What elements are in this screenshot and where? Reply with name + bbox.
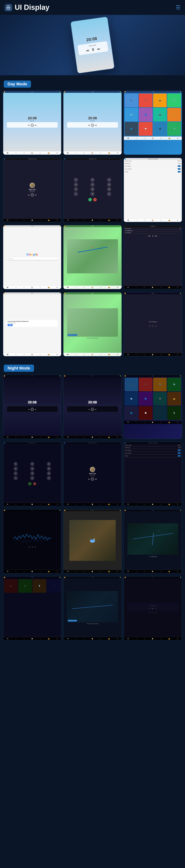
nav-back[interactable]: ◁ bbox=[84, 638, 85, 640]
nav-radio[interactable]: 📻 bbox=[108, 286, 110, 288]
nav-phone[interactable]: ☎ bbox=[7, 219, 8, 221]
nav-phone[interactable]: ☎ bbox=[7, 571, 8, 572]
nav-music[interactable]: ♫ bbox=[16, 638, 17, 639]
play-btn[interactable]: ⏸ bbox=[31, 193, 34, 196]
nav-fwd[interactable]: ▷ bbox=[160, 137, 162, 139]
nav-back[interactable]: ◁ bbox=[84, 503, 85, 505]
app-icon-music[interactable]: 🎵 bbox=[139, 378, 153, 392]
nav-music[interactable]: ♫ bbox=[136, 571, 137, 572]
dial-8[interactable]: 8 bbox=[30, 471, 34, 475]
nav-fwd[interactable]: ▷ bbox=[40, 354, 41, 355]
nav-home[interactable]: 🏠 bbox=[91, 571, 93, 572]
menu-icon[interactable] bbox=[4, 4, 12, 11]
nav-home[interactable]: 🏠 bbox=[31, 354, 33, 355]
nav-phone[interactable]: ☎ bbox=[67, 152, 69, 154]
music-next[interactable]: ⏭ bbox=[155, 235, 157, 237]
nav-home[interactable]: 🏠 bbox=[31, 436, 33, 438]
auto-answer-toggle[interactable] bbox=[178, 165, 181, 167]
nav-back[interactable]: ◁ bbox=[144, 638, 145, 640]
nav-back[interactable]: ◁ bbox=[23, 436, 24, 438]
dial-1[interactable]: 1 bbox=[14, 462, 18, 466]
nav-phone[interactable]: ☎ bbox=[7, 638, 8, 640]
nav-settings[interactable]: ⚙ bbox=[57, 638, 58, 640]
next-btn[interactable]: ⏭ bbox=[35, 124, 36, 126]
dial-7[interactable]: 7 bbox=[14, 471, 18, 475]
nav-back[interactable]: ◁ bbox=[84, 436, 85, 438]
nav-radio[interactable]: 📻 bbox=[48, 152, 50, 154]
nav-back[interactable]: ◁ bbox=[84, 219, 85, 221]
app-icon-phone[interactable]: 📞 bbox=[125, 94, 138, 107]
nav-music[interactable]: ♫ bbox=[15, 286, 17, 288]
play-btn[interactable]: ⏸ bbox=[91, 408, 94, 411]
nav-radio[interactable]: 📻 bbox=[48, 354, 50, 355]
prev-btn[interactable]: ⏮ bbox=[88, 409, 90, 410]
nav-back[interactable]: ◁ bbox=[83, 286, 85, 288]
app-icon-web[interactable]: 🌐 bbox=[125, 122, 138, 136]
nav-fwd[interactable]: ▷ bbox=[100, 286, 101, 288]
nav-home[interactable]: 🏠 bbox=[91, 638, 93, 640]
nav-radio[interactable]: 📻 bbox=[168, 638, 170, 640]
nav-phone[interactable]: ☎ bbox=[7, 503, 8, 505]
nav-settings[interactable]: ⚙ bbox=[57, 436, 58, 438]
music-item-3[interactable]: 华乐_35II.mp3 bbox=[124, 232, 182, 234]
dial-star[interactable]: * bbox=[14, 476, 18, 480]
nav-fwd[interactable]: ▷ bbox=[160, 219, 162, 221]
nav-back[interactable]: ◁ bbox=[83, 354, 85, 355]
nav-home[interactable]: 🏠 bbox=[152, 503, 154, 505]
nav-fwd[interactable]: ▷ bbox=[40, 219, 41, 221]
nav-settings[interactable]: ⚙ bbox=[177, 286, 178, 288]
nav-fwd[interactable]: ▷ bbox=[40, 152, 41, 154]
nav-phone[interactable]: ☎ bbox=[67, 503, 69, 505]
power-toggle[interactable] bbox=[178, 455, 181, 457]
dial-8[interactable]: 8 bbox=[90, 187, 95, 191]
dial-hash[interactable]: # bbox=[47, 476, 51, 480]
nav-radio[interactable]: 📻 bbox=[48, 436, 50, 438]
nav-back[interactable]: ◁ bbox=[144, 219, 145, 221]
nav-settings[interactable]: ⚙ bbox=[117, 219, 118, 221]
nav-music[interactable]: ♫ bbox=[136, 638, 137, 639]
nav-music[interactable]: ♫ bbox=[16, 571, 17, 572]
nav-home[interactable]: 🏠 bbox=[152, 286, 154, 288]
nav-home[interactable]: 🏠 bbox=[31, 219, 33, 221]
nav-back[interactable]: ◁ bbox=[144, 503, 145, 505]
prev-icon[interactable]: ⏮ bbox=[86, 49, 89, 52]
music-prev[interactable]: ⏮ bbox=[149, 235, 150, 237]
nav-fwd[interactable]: ▷ bbox=[40, 571, 41, 572]
app-icon-radio[interactable]: 📻 bbox=[167, 108, 181, 122]
nav-radio[interactable]: 📻 bbox=[168, 286, 170, 288]
nav-fwd[interactable]: ▷ bbox=[40, 638, 41, 640]
app-icon-video[interactable]: 🎬 bbox=[153, 108, 167, 122]
nav-radio[interactable]: 📻 bbox=[48, 219, 50, 221]
dial-9[interactable]: 9 bbox=[107, 187, 111, 191]
nav-fwd[interactable]: ▷ bbox=[40, 436, 41, 438]
nav-home[interactable]: 🏠 bbox=[31, 503, 33, 505]
nav-radio[interactable]: 📻 bbox=[168, 422, 170, 423]
wave-prev[interactable]: ⏮ bbox=[28, 546, 30, 548]
nav-music[interactable]: ♫ bbox=[136, 422, 137, 423]
play-btn[interactable]: ⏸ bbox=[31, 124, 34, 127]
app-icon-music[interactable]: 🎵 bbox=[18, 579, 32, 593]
nav-phone[interactable]: ☎ bbox=[127, 422, 129, 423]
nav-home[interactable]: 🏠 bbox=[31, 286, 33, 288]
nav-phone[interactable]: ☎ bbox=[7, 152, 8, 154]
next-btn[interactable]: ⏭ bbox=[35, 409, 36, 410]
nav-fwd[interactable]: ▷ bbox=[40, 503, 41, 505]
prev-btn[interactable]: ⏮ bbox=[88, 478, 90, 480]
play-btn[interactable]: ⏸ bbox=[91, 124, 94, 127]
nav-back[interactable]: ◁ bbox=[23, 152, 24, 154]
nav-fwd[interactable]: ▷ bbox=[100, 436, 101, 438]
app-icon-settings[interactable]: ⚙️ bbox=[167, 378, 181, 392]
nav-settings[interactable]: ⚙ bbox=[57, 571, 58, 572]
app-icon-map[interactable]: 🗺️ bbox=[125, 392, 138, 406]
nav-music[interactable]: ♫ bbox=[136, 504, 137, 505]
auto-connect-toggle[interactable] bbox=[178, 452, 181, 454]
dial-2[interactable]: 2 bbox=[90, 178, 95, 182]
nav-fwd[interactable]: ▷ bbox=[100, 354, 101, 355]
dial-5[interactable]: 5 bbox=[30, 467, 34, 471]
dial-5[interactable]: 5 bbox=[90, 183, 95, 187]
power-toggle[interactable] bbox=[178, 171, 181, 173]
player-prev[interactable]: ⏮ bbox=[149, 325, 151, 327]
wave-play[interactable]: ⏸ bbox=[31, 546, 33, 548]
nav-radio[interactable]: 📻 bbox=[168, 219, 170, 221]
nav-music[interactable]: ♫ bbox=[136, 354, 137, 355]
